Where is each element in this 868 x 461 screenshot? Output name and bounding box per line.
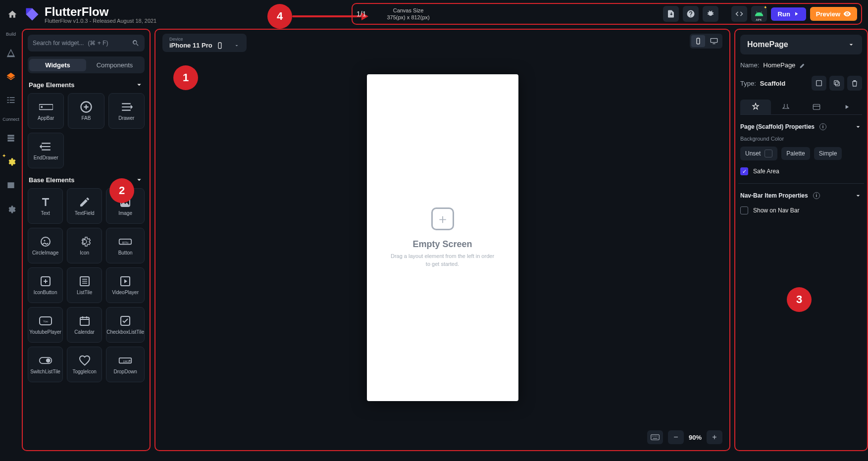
- widget-enddrawer[interactable]: EndDrawer: [28, 133, 64, 168]
- database-icon[interactable]: [3, 131, 18, 146]
- chevron-down-icon: [135, 80, 144, 89]
- chevron-down-icon: [234, 43, 240, 49]
- zoom-in-button[interactable]: +: [707, 430, 722, 444]
- desktop-view-icon[interactable]: [707, 35, 721, 47]
- widget-search[interactable]: Search for widget... (⌘ + F): [28, 35, 145, 51]
- property-tabs: [740, 100, 862, 115]
- device-preview[interactable]: ＋ Empty Screen Drag a layout element fro…: [367, 74, 518, 401]
- empty-subtitle: Drag a layout element from the left in o…: [388, 253, 497, 268]
- scaffold-properties-header[interactable]: Page (Scaffold) Properties i: [740, 123, 862, 131]
- brand: FlutterFlow FlutterFlow v1.0.3 - Release…: [25, 5, 156, 24]
- widget-youtubeplayer[interactable]: YouYoutubePlayer: [28, 307, 63, 343]
- firestore-icon[interactable]: [3, 46, 18, 60]
- widgets-panel: Search for widget... (⌘ + F) Widgets Com…: [22, 29, 151, 451]
- tab-widgets[interactable]: Widgets: [29, 59, 86, 71]
- tab-backend-icon[interactable]: [801, 100, 832, 114]
- info-icon[interactable]: i: [813, 192, 820, 199]
- tab-animations-icon[interactable]: [832, 100, 863, 114]
- info-icon[interactable]: i: [819, 123, 826, 130]
- tab-actions-icon[interactable]: [771, 100, 802, 114]
- media-icon[interactable]: [3, 178, 18, 193]
- bg-unset[interactable]: Unset: [740, 147, 777, 160]
- widget-listtile[interactable]: ListTile: [67, 267, 102, 303]
- chevron-down-icon: [854, 192, 862, 200]
- widget-calendar[interactable]: Calendar: [67, 307, 102, 343]
- copy-icon[interactable]: [829, 76, 844, 91]
- tab-style-icon[interactable]: [740, 100, 771, 114]
- widget-icon[interactable]: Icon: [67, 228, 102, 263]
- svg-text:You: You: [43, 320, 48, 323]
- widget-toggleicon[interactable]: ToggleIcon: [67, 347, 102, 382]
- widget-appbar[interactable]: AppBar: [28, 93, 64, 129]
- home-icon[interactable]: [5, 7, 20, 22]
- widget-text[interactable]: Text: [28, 188, 63, 224]
- widget-drawer[interactable]: Drawer: [108, 93, 145, 129]
- wrap-icon[interactable]: [812, 76, 826, 91]
- annotation-1: 1: [173, 65, 198, 90]
- settings-gear-icon[interactable]: ✦: [3, 154, 18, 169]
- device-selector[interactable]: Device iPhone 11 Pro: [162, 34, 247, 52]
- safe-area-checkbox[interactable]: ✓: [740, 167, 748, 175]
- widget-checkboxlisttile[interactable]: CheckboxListTile: [106, 307, 145, 343]
- widget-textfield[interactable]: TextField: [67, 188, 102, 224]
- header-toolbar: 1/1 Canvas Size 375(px) x 812(px) APK ✦ …: [352, 3, 862, 25]
- svg-rect-1: [41, 106, 43, 108]
- bg-simple[interactable]: Simple: [814, 147, 842, 160]
- help-icon[interactable]: [683, 6, 699, 22]
- annotation-3: 3: [787, 287, 812, 312]
- mobile-view-icon[interactable]: [691, 35, 705, 47]
- settings-icon[interactable]: [3, 202, 18, 217]
- chevron-down-icon: [854, 123, 862, 131]
- bg-palette[interactable]: Palette: [781, 147, 810, 160]
- svg-rect-23: [651, 435, 660, 440]
- canvas-count: 1/1: [357, 10, 366, 18]
- svg-rect-24: [817, 81, 822, 86]
- page-type-value: Scaffold: [760, 80, 785, 87]
- canvas-area: 1 Device iPhone 11 Pro ＋ Empty Screen Dr…: [154, 29, 730, 451]
- phone-icon: [216, 42, 223, 49]
- page-selector[interactable]: HomePage: [740, 35, 862, 54]
- download-icon[interactable]: [663, 6, 679, 22]
- tree-icon[interactable]: [3, 93, 18, 108]
- code-icon[interactable]: [731, 6, 747, 22]
- tab-components[interactable]: Components: [86, 59, 143, 71]
- preview-button[interactable]: Preview: [810, 7, 857, 21]
- keyboard-icon[interactable]: [647, 430, 663, 444]
- edit-icon[interactable]: [799, 62, 806, 69]
- canvas-size-value: 375(px) x 812(px): [387, 14, 429, 21]
- canvas-size-label: Canvas Size: [387, 7, 429, 14]
- svg-rect-22: [711, 39, 717, 43]
- zoom-value: 90%: [689, 434, 702, 441]
- layers-icon[interactable]: [3, 69, 18, 84]
- run-button[interactable]: Run: [771, 7, 806, 21]
- widget-circleimage[interactable]: CircleImage: [28, 228, 63, 263]
- widget-videoplayer[interactable]: VideoPlayer: [106, 267, 145, 303]
- svg-point-17: [46, 358, 50, 362]
- color-swatch[interactable]: [765, 150, 772, 157]
- apk-icon[interactable]: APK ✦: [751, 6, 767, 22]
- brand-subtitle: FlutterFlow v1.0.3 - Released August 18,…: [45, 18, 156, 24]
- svg-rect-27: [813, 104, 820, 110]
- svg-text:BTN: BTN: [122, 240, 128, 244]
- widget-fab[interactable]: FAB: [68, 93, 104, 129]
- chevron-down-icon: [847, 41, 855, 49]
- empty-title: Empty Screen: [412, 239, 472, 250]
- widget-dropdown[interactable]: DROPDropDown: [106, 347, 145, 382]
- svg-rect-14: [80, 317, 89, 325]
- delete-icon[interactable]: [847, 76, 862, 91]
- plus-icon: ＋: [431, 207, 454, 230]
- section-page-elements[interactable]: Page Elements: [29, 80, 144, 89]
- widget-switchlisttile[interactable]: SwitchListTile: [28, 347, 63, 382]
- debug-icon[interactable]: [703, 6, 718, 22]
- zoom-out-button[interactable]: −: [668, 430, 684, 444]
- navbar-properties-header[interactable]: Nav-Bar Item Properties i: [740, 192, 862, 200]
- svg-rect-25: [835, 82, 839, 86]
- widget-iconbutton[interactable]: IconButton: [28, 267, 63, 303]
- activity-bar: Build Connect ✦: [0, 29, 22, 451]
- show-navbar-checkbox[interactable]: [740, 206, 748, 214]
- widget-button[interactable]: BTNButton: [106, 228, 145, 263]
- brand-title: FlutterFlow: [45, 5, 156, 19]
- svg-rect-26: [834, 81, 838, 85]
- chevron-down-icon: [135, 175, 144, 184]
- search-icon: [132, 39, 140, 47]
